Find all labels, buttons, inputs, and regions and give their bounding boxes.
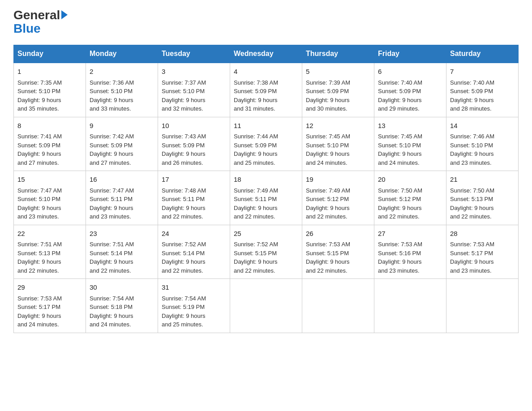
day-number: 16 — [90, 175, 154, 185]
day-number: 27 — [378, 229, 442, 239]
day-info: Sunrise: 7:48 AMSunset: 5:11 PMDaylight:… — [162, 187, 206, 220]
calendar-cell: 18Sunrise: 7:49 AMSunset: 5:11 PMDayligh… — [230, 171, 302, 225]
day-info: Sunrise: 7:46 AMSunset: 5:10 PMDaylight:… — [450, 133, 494, 166]
day-number: 19 — [306, 175, 370, 185]
day-info: Sunrise: 7:42 AMSunset: 5:09 PMDaylight:… — [90, 133, 134, 166]
calendar-header-tuesday: Tuesday — [158, 45, 230, 63]
day-info: Sunrise: 7:35 AMSunset: 5:10 PMDaylight:… — [17, 79, 62, 112]
calendar-header-monday: Monday — [86, 45, 158, 63]
calendar-cell: 22Sunrise: 7:51 AMSunset: 5:13 PMDayligh… — [14, 225, 86, 279]
day-info: Sunrise: 7:36 AMSunset: 5:10 PMDaylight:… — [90, 79, 134, 112]
day-number: 25 — [234, 229, 298, 239]
day-info: Sunrise: 7:40 AMSunset: 5:09 PMDaylight:… — [378, 79, 422, 112]
day-number: 17 — [162, 175, 226, 185]
calendar-cell: 30Sunrise: 7:54 AMSunset: 5:18 PMDayligh… — [86, 279, 158, 333]
calendar-cell: 26Sunrise: 7:53 AMSunset: 5:15 PMDayligh… — [302, 225, 374, 279]
day-number: 22 — [17, 229, 82, 239]
day-number: 29 — [17, 283, 82, 293]
day-info: Sunrise: 7:43 AMSunset: 5:09 PMDaylight:… — [162, 133, 206, 166]
calendar-cell: 9Sunrise: 7:42 AMSunset: 5:09 PMDaylight… — [86, 117, 158, 171]
calendar-cell: 6Sunrise: 7:40 AMSunset: 5:09 PMDaylight… — [374, 63, 446, 117]
day-number: 9 — [90, 121, 154, 131]
calendar-cell: 14Sunrise: 7:46 AMSunset: 5:10 PMDayligh… — [446, 117, 519, 171]
logo-general: General — [13, 9, 60, 21]
calendar-cell: 5Sunrise: 7:39 AMSunset: 5:09 PMDaylight… — [302, 63, 374, 117]
day-number: 2 — [90, 67, 154, 77]
calendar-header-saturday: Saturday — [446, 45, 519, 63]
calendar-cell: 8Sunrise: 7:41 AMSunset: 5:09 PMDaylight… — [14, 117, 86, 171]
calendar-cell: 24Sunrise: 7:52 AMSunset: 5:14 PMDayligh… — [158, 225, 230, 279]
day-info: Sunrise: 7:54 AMSunset: 5:18 PMDaylight:… — [90, 295, 134, 328]
day-number: 4 — [234, 67, 298, 77]
day-number: 28 — [450, 229, 515, 239]
day-number: 20 — [378, 175, 442, 185]
calendar-header-wednesday: Wednesday — [230, 45, 302, 63]
day-info: Sunrise: 7:40 AMSunset: 5:09 PMDaylight:… — [450, 79, 494, 112]
calendar-cell — [302, 279, 374, 333]
day-number: 15 — [17, 175, 82, 185]
calendar-cell — [230, 279, 302, 333]
day-number: 23 — [90, 229, 154, 239]
calendar-cell: 10Sunrise: 7:43 AMSunset: 5:09 PMDayligh… — [158, 117, 230, 171]
calendar-cell: 7Sunrise: 7:40 AMSunset: 5:09 PMDaylight… — [446, 63, 519, 117]
day-number: 14 — [450, 121, 515, 131]
day-number: 21 — [450, 175, 515, 185]
day-number: 12 — [306, 121, 370, 131]
calendar-cell: 13Sunrise: 7:45 AMSunset: 5:10 PMDayligh… — [374, 117, 446, 171]
calendar-cell — [446, 279, 519, 333]
calendar-cell: 4Sunrise: 7:38 AMSunset: 5:09 PMDaylight… — [230, 63, 302, 117]
day-info: Sunrise: 7:47 AMSunset: 5:11 PMDaylight:… — [90, 187, 134, 220]
calendar-cell: 19Sunrise: 7:49 AMSunset: 5:12 PMDayligh… — [302, 171, 374, 225]
day-number: 31 — [162, 283, 226, 293]
calendar-cell: 28Sunrise: 7:53 AMSunset: 5:17 PMDayligh… — [446, 225, 519, 279]
day-info: Sunrise: 7:53 AMSunset: 5:17 PMDaylight:… — [17, 295, 62, 328]
calendar-cell: 29Sunrise: 7:53 AMSunset: 5:17 PMDayligh… — [14, 279, 86, 333]
page-header: General Blue — [13, 9, 519, 36]
day-number: 1 — [17, 67, 82, 77]
day-info: Sunrise: 7:50 AMSunset: 5:13 PMDaylight:… — [450, 187, 494, 220]
day-number: 24 — [162, 229, 226, 239]
calendar-cell: 3Sunrise: 7:37 AMSunset: 5:10 PMDaylight… — [158, 63, 230, 117]
day-info: Sunrise: 7:39 AMSunset: 5:09 PMDaylight:… — [306, 79, 350, 112]
calendar-week-row: 29Sunrise: 7:53 AMSunset: 5:17 PMDayligh… — [14, 279, 519, 333]
calendar-cell — [374, 279, 446, 333]
day-number: 18 — [234, 175, 298, 185]
day-number: 11 — [234, 121, 298, 131]
logo-arrow-icon — [61, 10, 68, 19]
calendar-cell: 27Sunrise: 7:53 AMSunset: 5:16 PMDayligh… — [374, 225, 446, 279]
day-info: Sunrise: 7:53 AMSunset: 5:16 PMDaylight:… — [378, 241, 422, 274]
day-number: 6 — [378, 67, 442, 77]
calendar-header-row: SundayMondayTuesdayWednesdayThursdayFrid… — [14, 45, 519, 63]
day-info: Sunrise: 7:37 AMSunset: 5:10 PMDaylight:… — [162, 79, 206, 112]
calendar-cell: 23Sunrise: 7:51 AMSunset: 5:14 PMDayligh… — [86, 225, 158, 279]
calendar-header-thursday: Thursday — [302, 45, 374, 63]
day-number: 10 — [162, 121, 226, 131]
day-info: Sunrise: 7:38 AMSunset: 5:09 PMDaylight:… — [234, 79, 278, 112]
calendar-cell: 25Sunrise: 7:52 AMSunset: 5:15 PMDayligh… — [230, 225, 302, 279]
day-info: Sunrise: 7:51 AMSunset: 5:13 PMDaylight:… — [17, 241, 62, 274]
logo: General Blue — [13, 9, 68, 36]
day-info: Sunrise: 7:52 AMSunset: 5:15 PMDaylight:… — [234, 241, 278, 274]
calendar-week-row: 8Sunrise: 7:41 AMSunset: 5:09 PMDaylight… — [14, 117, 519, 171]
day-number: 8 — [17, 121, 82, 131]
calendar-week-row: 15Sunrise: 7:47 AMSunset: 5:10 PMDayligh… — [14, 171, 519, 225]
day-number: 13 — [378, 121, 442, 131]
calendar-cell: 2Sunrise: 7:36 AMSunset: 5:10 PMDaylight… — [86, 63, 158, 117]
day-info: Sunrise: 7:45 AMSunset: 5:10 PMDaylight:… — [306, 133, 350, 166]
day-info: Sunrise: 7:44 AMSunset: 5:09 PMDaylight:… — [234, 133, 278, 166]
day-number: 30 — [90, 283, 154, 293]
calendar-cell: 15Sunrise: 7:47 AMSunset: 5:10 PMDayligh… — [14, 171, 86, 225]
day-number: 7 — [450, 67, 515, 77]
calendar-cell: 16Sunrise: 7:47 AMSunset: 5:11 PMDayligh… — [86, 171, 158, 225]
day-info: Sunrise: 7:45 AMSunset: 5:10 PMDaylight:… — [378, 133, 422, 166]
calendar-cell: 12Sunrise: 7:45 AMSunset: 5:10 PMDayligh… — [302, 117, 374, 171]
day-number: 3 — [162, 67, 226, 77]
day-info: Sunrise: 7:50 AMSunset: 5:12 PMDaylight:… — [378, 187, 422, 220]
calendar-cell: 20Sunrise: 7:50 AMSunset: 5:12 PMDayligh… — [374, 171, 446, 225]
calendar-cell: 21Sunrise: 7:50 AMSunset: 5:13 PMDayligh… — [446, 171, 519, 225]
day-info: Sunrise: 7:41 AMSunset: 5:09 PMDaylight:… — [17, 133, 62, 166]
calendar-cell: 31Sunrise: 7:54 AMSunset: 5:19 PMDayligh… — [158, 279, 230, 333]
day-info: Sunrise: 7:49 AMSunset: 5:12 PMDaylight:… — [306, 187, 350, 220]
day-number: 26 — [306, 229, 370, 239]
calendar-header-friday: Friday — [374, 45, 446, 63]
